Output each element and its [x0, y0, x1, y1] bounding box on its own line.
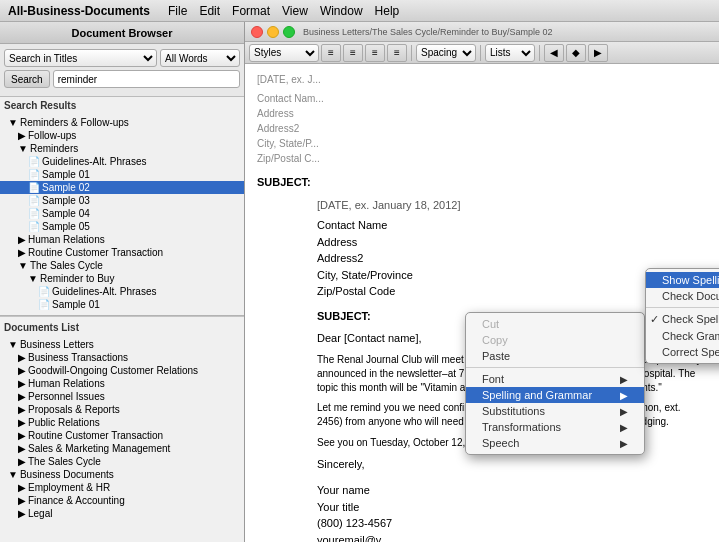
maximize-button[interactable]	[283, 26, 295, 38]
context-menu-spelling[interactable]: Spelling and Grammar ▶	[466, 387, 644, 403]
menu-file[interactable]: File	[168, 4, 187, 18]
list-item[interactable]: 📄 Sample 05	[0, 220, 244, 233]
context-menu-cut[interactable]: Cut	[466, 316, 644, 332]
list-item[interactable]: ▶ Business Transactions	[0, 351, 244, 364]
list-item[interactable]: ▶ Human Relations	[0, 377, 244, 390]
search-input[interactable]	[53, 70, 240, 88]
toolbar-separator	[480, 45, 481, 61]
list-item[interactable]: ▶ Routine Customer Transaction	[0, 246, 244, 259]
list-item[interactable]: ▶ The Sales Cycle	[0, 455, 244, 468]
list-item[interactable]: ▶ Goodwill-Ongoing Customer Relations	[0, 364, 244, 377]
close-button[interactable]	[251, 26, 263, 38]
align-justify-button[interactable]: ≡	[387, 44, 407, 62]
list-item[interactable]: ▶ Sales & Marketing Management	[0, 442, 244, 455]
your-title: Your title	[317, 499, 707, 516]
left-panel: Document Browser Search in Titles All Wo…	[0, 22, 245, 542]
lists-select[interactable]: Lists	[485, 44, 535, 62]
align-left-button[interactable]: ≡	[321, 44, 341, 62]
folder-icon: ▶	[18, 130, 26, 141]
submenu-check-grammar[interactable]: Check Grammar With Spelling	[646, 328, 719, 344]
submenu-show-spelling[interactable]: Show Spelling and Grammar	[646, 272, 719, 288]
list-item[interactable]: 📄 Sample 03	[0, 194, 244, 207]
list-item[interactable]: ▶ Finance & Accounting	[0, 494, 244, 507]
context-menu-substitutions[interactable]: Substitutions ▶	[466, 403, 644, 419]
list-item[interactable]: 📄 Sample 01	[0, 168, 244, 181]
nav-next-button[interactable]: ▶	[588, 44, 608, 62]
folder-icon: ▶	[18, 404, 26, 415]
folder-icon: ▶	[18, 443, 26, 454]
list-item[interactable]: ▶ Human Relations	[0, 233, 244, 246]
context-menu-font[interactable]: Font ▶	[466, 371, 644, 387]
folder-icon: ▼	[18, 260, 28, 271]
second-toolbar: Styles ≡ ≡ ≡ ≡ Spacing Lists ◀ ◆ ▶	[245, 42, 719, 64]
submenu-correct-auto[interactable]: Correct Spelling Automatically	[646, 344, 719, 360]
menu-view[interactable]: View	[282, 4, 308, 18]
folder-icon: ▶	[18, 365, 26, 376]
list-item[interactable]: 📄 Sample 01	[0, 298, 244, 311]
list-item[interactable]: 📄 Sample 04	[0, 207, 244, 220]
list-item[interactable]: ▼ Reminders & Follow-ups	[0, 116, 244, 129]
list-item[interactable]: ▼ Business Documents	[0, 468, 244, 481]
panel-title: Document Browser	[0, 22, 244, 44]
nav-prev-button[interactable]: ◀	[544, 44, 564, 62]
menu-help[interactable]: Help	[375, 4, 400, 18]
submenu-check-while-typing[interactable]: Check Spelling While Typing	[646, 311, 719, 328]
list-item[interactable]: ▼ The Sales Cycle	[0, 259, 244, 272]
right-panel: Business Letters/The Sales Cycle/Reminde…	[245, 22, 719, 542]
search-button[interactable]: Search	[4, 70, 50, 88]
folder-icon: ▶	[18, 482, 26, 493]
minimize-button[interactable]	[267, 26, 279, 38]
context-menu-speech[interactable]: Speech ▶	[466, 435, 644, 451]
breadcrumb: Business Letters/The Sales Cycle/Reminde…	[303, 27, 553, 37]
search-results-tree: ▼ Reminders & Follow-ups ▶ Follow-ups ▼ …	[0, 114, 244, 313]
document-icon: 📄	[28, 156, 40, 167]
your-name: Your name	[317, 482, 707, 499]
closing: Sincerely,	[317, 456, 707, 473]
context-menu-paste[interactable]: Paste	[466, 348, 644, 364]
search-in-select[interactable]: Search in Titles	[4, 49, 157, 67]
documents-list-label: Documents List	[0, 319, 244, 336]
phone-number: (800) 123-4567	[317, 515, 707, 532]
list-item[interactable]: ▶ Proposals & Reports	[0, 403, 244, 416]
subject-label: SUBJECT:	[257, 174, 707, 191]
folder-icon: ▶	[18, 495, 26, 506]
list-item[interactable]: ▼ Reminders	[0, 142, 244, 155]
menu-bar: All-Business-Documents File Edit Format …	[0, 0, 719, 22]
folder-icon: ▼	[28, 273, 38, 284]
context-menu-copy[interactable]: Copy	[466, 332, 644, 348]
documents-list-tree: ▼ Business Letters ▶ Business Transactio…	[0, 336, 244, 522]
align-right-button[interactable]: ≡	[365, 44, 385, 62]
document-icon: 📄	[28, 182, 40, 193]
context-menu: Cut Copy Paste Font ▶ Spelling and Gramm…	[465, 312, 645, 455]
menu-edit[interactable]: Edit	[199, 4, 220, 18]
nav-marker-button[interactable]: ◆	[566, 44, 586, 62]
list-item[interactable]: 📄 Guidelines-Alt. Phrases	[0, 285, 244, 298]
list-item[interactable]: ▶ Public Relations	[0, 416, 244, 429]
list-item[interactable]: ▶ Employment & HR	[0, 481, 244, 494]
contact-name: Contact Name	[317, 217, 707, 234]
context-menu-transformations[interactable]: Transformations ▶	[466, 419, 644, 435]
list-item[interactable]: ▶ Routine Customer Transaction	[0, 429, 244, 442]
list-item[interactable]: ▶ Personnel Issues	[0, 390, 244, 403]
list-item[interactable]: ▶ Legal	[0, 507, 244, 520]
menu-format[interactable]: Format	[232, 4, 270, 18]
document-icon: 📄	[28, 195, 40, 206]
menu-window[interactable]: Window	[320, 4, 363, 18]
align-center-button[interactable]: ≡	[343, 44, 363, 62]
folder-icon: ▶	[18, 352, 26, 363]
spacing-select[interactable]: Spacing	[416, 44, 476, 62]
list-item[interactable]: 📄 Guidelines-Alt. Phrases	[0, 155, 244, 168]
list-item[interactable]: ▶ Follow-ups	[0, 129, 244, 142]
list-item[interactable]: ▼ Reminder to Buy	[0, 272, 244, 285]
submenu-check-now[interactable]: Check Document Now	[646, 288, 719, 304]
folder-icon: ▶	[18, 247, 26, 258]
toolbar-separator	[539, 45, 540, 61]
list-item[interactable]: ▼ Business Letters	[0, 338, 244, 351]
folder-icon: ▶	[18, 456, 26, 467]
all-words-select[interactable]: All Words	[160, 49, 240, 67]
address2-field: Address2	[317, 250, 707, 267]
list-item-selected[interactable]: 📄 Sample 02	[0, 181, 244, 194]
spelling-submenu: Show Spelling and Grammar Check Document…	[645, 268, 719, 364]
styles-select[interactable]: Styles	[249, 44, 319, 62]
folder-icon: ▶	[18, 378, 26, 389]
